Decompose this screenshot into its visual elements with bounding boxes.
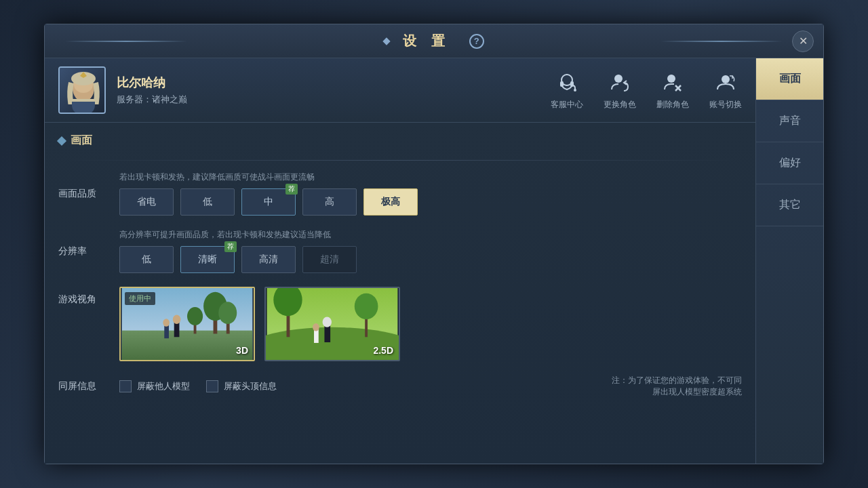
profile-server: 服务器：诸神之巅 <box>117 94 187 106</box>
checkbox-row: 屏蔽他人模型 屏蔽头顶信息 <box>119 380 593 392</box>
resolution-label: 分辨率 <box>58 245 106 258</box>
block-info-box <box>206 380 218 392</box>
quality-buttons: 省电 低 中 荐 高 极高 <box>119 188 742 216</box>
change-character-label: 更换角色 <box>604 99 636 110</box>
svg-point-9 <box>614 75 623 83</box>
using-badge-3d: 使用中 <box>125 292 155 305</box>
section-divider <box>58 160 742 161</box>
title-bar: 设 置 ? ✕ <box>45 24 823 58</box>
delete-user-icon <box>660 70 685 95</box>
profile-header: 比尔哈纳 服务器：诸神之巅 <box>45 58 755 123</box>
note-text: 注：为了保证您的游戏体验，不可同屏出现人模型密度超系统 <box>606 375 742 398</box>
resolution-btn-hd[interactable]: 高清 <box>241 246 296 273</box>
customer-service-label: 客服中心 <box>551 99 583 110</box>
resolution-btn-ultra[interactable]: 超清 <box>302 246 357 273</box>
delete-character-label: 删除角色 <box>656 99 689 110</box>
headset-icon <box>555 70 579 95</box>
view-options: 使用中 3D <box>119 287 400 361</box>
profile-info: 比尔哈纳 服务器：诸神之巅 <box>117 75 187 106</box>
resolution-options: 高分辨率可提升画面品质，若出现卡顿和发热建议适当降低 低 清晰 荐 高清 超清 <box>119 229 742 273</box>
svg-point-31 <box>355 293 378 320</box>
tab-screen[interactable]: 画面 <box>756 58 823 100</box>
block-model-box <box>119 380 132 392</box>
quality-btn-mid[interactable]: 中 荐 <box>241 188 296 216</box>
resolution-btn-low[interactable]: 低 <box>119 246 174 273</box>
block-info-label: 屏蔽头顶信息 <box>224 380 277 392</box>
quality-label: 画面品质 <box>58 188 106 200</box>
tab-preference-label: 偏好 <box>779 157 801 168</box>
tab-screen-label: 画面 <box>779 73 801 84</box>
quality-setting-row: 画面品质 若出现卡顿和发热，建议降低画质可使战斗画面更流畅 省电 低 中 荐 高… <box>58 171 742 216</box>
switch-account-action[interactable]: 账号切换 <box>709 70 742 110</box>
settings-modal: 设 置 ? ✕ <box>44 24 824 464</box>
svg-point-33 <box>323 317 332 327</box>
switch-account-label: 账号切换 <box>709 99 742 110</box>
svg-point-25 <box>163 319 170 327</box>
resolution-setting-row: 分辨率 高分辨率可提升画面品质，若出现卡顿和发热建议适当降低 低 清晰 荐 高清… <box>58 229 742 273</box>
view-3d-option[interactable]: 使用中 3D <box>119 287 255 361</box>
quality-btn-high[interactable]: 高 <box>302 188 357 216</box>
svg-point-10 <box>667 75 675 83</box>
recommended-badge: 荐 <box>285 184 298 195</box>
resolution-btn-clear[interactable]: 清晰 荐 <box>180 246 235 273</box>
block-model-label: 屏蔽他人模型 <box>137 380 190 392</box>
tab-sound[interactable]: 声音 <box>756 100 823 142</box>
side-tabs: 画面 声音 偏好 其它 <box>755 58 823 464</box>
svg-point-19 <box>218 302 237 324</box>
delete-character-action[interactable]: 删除角色 <box>656 70 689 110</box>
tab-other[interactable]: 其它 <box>756 184 823 226</box>
settings-content: 画面 画面品质 若出现卡顿和发热，建议降低画质可使战斗画面更流畅 省电 低 中 … <box>45 123 755 464</box>
switch-user-icon <box>713 70 738 95</box>
svg-rect-15 <box>122 331 253 360</box>
refresh-user-icon <box>608 70 632 95</box>
quality-options: 若出现卡顿和发热，建议降低画质可使战斗画面更流畅 省电 低 中 荐 高 极高 <box>119 171 742 216</box>
svg-point-21 <box>187 307 203 325</box>
settings-panel: 比尔哈纳 服务器：诸神之巅 <box>45 58 755 464</box>
title-line-left <box>65 41 187 42</box>
svg-point-13 <box>722 75 730 83</box>
quality-btn-ultra[interactable]: 极高 <box>363 188 418 216</box>
resolution-buttons: 低 清晰 荐 高清 超清 <box>119 246 742 273</box>
quality-hint: 若出现卡顿和发热，建议降低画质可使战斗画面更流畅 <box>119 171 742 183</box>
close-icon: ✕ <box>799 35 808 47</box>
profile-actions: 客服中心 更换角色 <box>551 70 742 110</box>
svg-point-23 <box>173 315 181 324</box>
profile-name: 比尔哈纳 <box>117 75 187 91</box>
section-header: 画面 <box>58 134 742 148</box>
change-character-action[interactable]: 更换角色 <box>604 70 636 110</box>
svg-point-35 <box>313 323 319 331</box>
svg-point-8 <box>574 89 576 92</box>
modal-title: 设 置 <box>389 32 464 50</box>
block-info-checkbox[interactable]: 屏蔽头顶信息 <box>206 380 277 392</box>
quality-btn-low[interactable]: 低 <box>180 188 235 216</box>
tab-preference[interactable]: 偏好 <box>756 142 823 184</box>
section-diamond-icon <box>57 136 66 145</box>
title-diamonds <box>384 39 389 44</box>
section-title: 画面 <box>71 134 92 148</box>
view-setting-row: 游戏视角 <box>58 287 742 361</box>
view-25d-option[interactable]: 2.5D <box>264 287 400 361</box>
close-button[interactable]: ✕ <box>792 30 814 52</box>
info-label: 同屏信息 <box>58 380 106 392</box>
view-label: 游戏视角 <box>58 287 106 306</box>
resolution-rec-badge: 荐 <box>224 241 237 252</box>
resolution-hint: 高分辨率可提升画面品质，若出现卡顿和发热建议适当降低 <box>119 229 742 241</box>
view-3d-label: 3D <box>236 345 248 356</box>
info-setting-row: 同屏信息 屏蔽他人模型 屏蔽头顶信息 注：为了保证您的游戏体验，不可同屏出现人模… <box>58 375 742 398</box>
title-line-right <box>660 41 783 42</box>
main-content: 比尔哈纳 服务器：诸神之巅 <box>45 58 823 464</box>
avatar <box>58 66 106 114</box>
tab-sound-label: 声音 <box>779 115 801 126</box>
tab-other-label: 其它 <box>779 199 801 210</box>
block-model-checkbox[interactable]: 屏蔽他人模型 <box>119 380 190 392</box>
svg-rect-6 <box>560 81 564 87</box>
customer-service-action[interactable]: 客服中心 <box>551 70 583 110</box>
help-button[interactable]: ? <box>469 34 484 49</box>
quality-btn-save[interactable]: 省电 <box>119 188 174 216</box>
view-25d-label: 2.5D <box>373 345 393 356</box>
